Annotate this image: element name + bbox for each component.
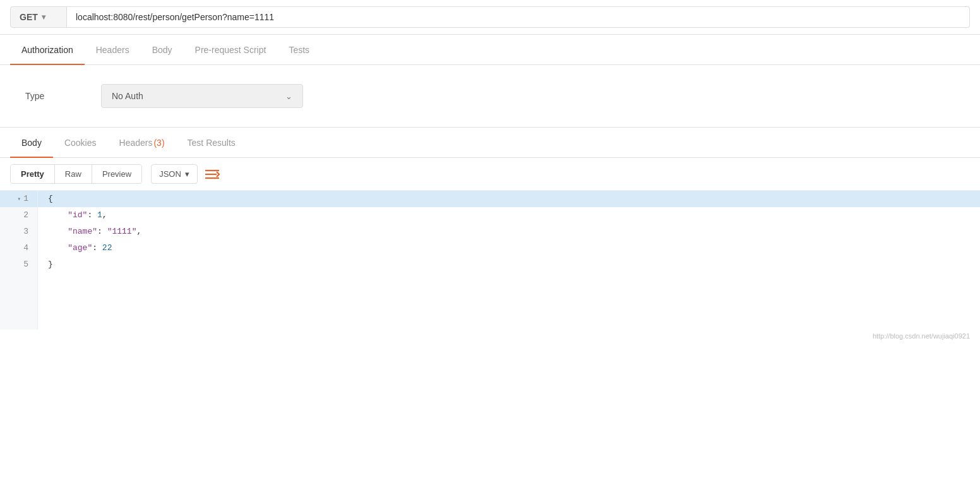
- auth-row: Type No Auth ⌄: [25, 84, 955, 108]
- auth-type-chevron: ⌄: [285, 92, 292, 101]
- line-num-1: ▾ 1: [0, 191, 37, 207]
- code-line-5: }: [48, 256, 970, 273]
- res-tab-test-results[interactable]: Test Results: [176, 128, 247, 158]
- auth-type-label: Type: [25, 91, 76, 101]
- tab-pre-request[interactable]: Pre-request Script: [184, 35, 278, 65]
- view-pretty-btn[interactable]: Pretty: [11, 165, 55, 183]
- line-num-5: 5: [0, 256, 37, 273]
- format-chevron: ▾: [185, 169, 189, 179]
- view-btn-group: Pretty Raw Preview: [10, 164, 142, 184]
- code-content: { "id": 1, "name": "1111", "age": 22 }: [38, 191, 980, 330]
- code-line-1: {: [38, 191, 980, 207]
- line-num-2: 2: [0, 207, 37, 224]
- url-input[interactable]: [67, 6, 970, 28]
- url-bar: GET ▾: [0, 0, 980, 35]
- view-raw-btn[interactable]: Raw: [55, 165, 92, 183]
- auth-type-dropdown[interactable]: No Auth ⌄: [101, 84, 303, 108]
- format-selector[interactable]: JSON ▾: [151, 164, 198, 184]
- format-toolbar: Pretty Raw Preview JSON ▾: [0, 158, 980, 191]
- wrap-btn[interactable]: [204, 167, 220, 181]
- method-chevron: ▾: [42, 13, 45, 21]
- headers-badge: (3): [153, 138, 164, 148]
- res-tab-body[interactable]: Body: [10, 128, 53, 158]
- code-line-4: "age": 22: [48, 240, 970, 256]
- tab-tests[interactable]: Tests: [277, 35, 321, 65]
- format-label: JSON: [159, 169, 181, 179]
- method-selector[interactable]: GET ▾: [10, 6, 67, 28]
- auth-section: Type No Auth ⌄: [0, 65, 980, 128]
- response-tabs: Body Cookies Headers(3) Test Results: [0, 128, 980, 158]
- code-line-3: "name": "1111",: [48, 224, 970, 240]
- tab-body[interactable]: Body: [141, 35, 184, 65]
- request-tabs: Authorization Headers Body Pre-request S…: [0, 35, 980, 65]
- code-area: ▾ 1 2 3 4 5 { "id": 1, "name": "1111", "…: [0, 191, 980, 330]
- tab-authorization[interactable]: Authorization: [10, 35, 85, 65]
- code-line-2: "id": 1,: [48, 207, 970, 224]
- res-tab-cookies[interactable]: Cookies: [53, 128, 108, 158]
- method-label: GET: [20, 12, 38, 22]
- collapse-arrow-1[interactable]: ▾: [17, 194, 21, 205]
- view-preview-btn[interactable]: Preview: [92, 165, 141, 183]
- tab-headers[interactable]: Headers: [85, 35, 141, 65]
- line-numbers: ▾ 1 2 3 4 5: [0, 191, 38, 330]
- line-num-4: 4: [0, 240, 37, 256]
- res-tab-headers[interactable]: Headers(3): [108, 128, 176, 158]
- watermark: http://blog.csdn.net/wujiaqi0921: [0, 330, 980, 345]
- line-num-3: 3: [0, 224, 37, 240]
- auth-type-value: No Auth: [112, 91, 143, 101]
